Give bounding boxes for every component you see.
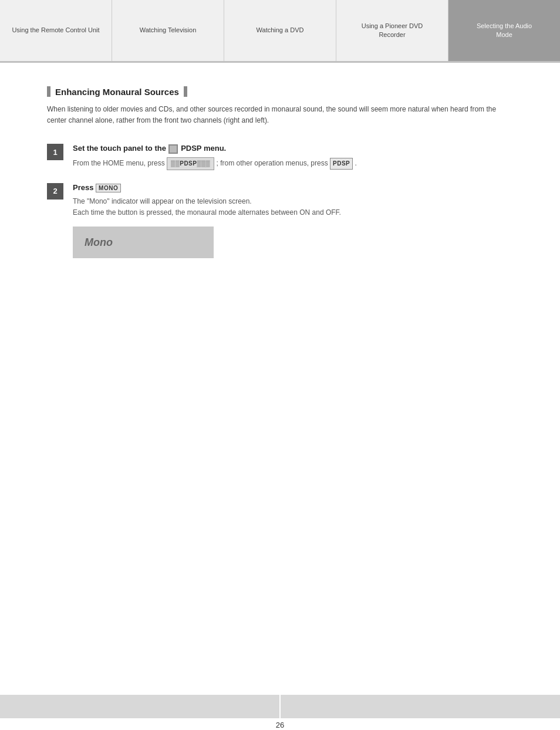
heading-bar-right — [184, 86, 187, 97]
mono-display-box: Mono — [73, 227, 214, 258]
step-1: 1 Set the touch panel to the PDSP menu. … — [47, 144, 513, 170]
step-1-instruction-suffix: PDSP menu. — [181, 144, 226, 153]
main-content: Enhancing Monaural Sources When listenin… — [0, 63, 560, 318]
footer-bars — [0, 695, 560, 718]
step-1-instruction-text: Set the touch panel to the — [73, 144, 168, 153]
step-2-detail: The "Mono" indicator will appear on the … — [73, 196, 513, 258]
step-2-detail-line1: The "Mono" indicator will appear on the … — [73, 196, 513, 207]
tab-audio-mode[interactable]: Selecting the AudioMode — [448, 0, 560, 61]
section-heading: Enhancing Monaural Sources — [47, 86, 513, 97]
section-description: When listening to older movies and CDs, … — [47, 104, 513, 126]
tab-remote-control[interactable]: Using the Remote Control Unit — [0, 0, 112, 61]
step-1-instruction: Set the touch panel to the PDSP menu. — [73, 144, 513, 154]
step-2-instruction-text: Press — [73, 183, 96, 192]
step-2: 2 Press MONO The "Mono" indicator will a… — [47, 183, 513, 258]
tab-watching-dvd[interactable]: Watching a DVD — [224, 0, 336, 61]
tab-pioneer-dvd[interactable]: Using a Pioneer DVDRecorder — [336, 0, 448, 61]
pdsp-menu-icon — [168, 144, 178, 154]
step-2-instruction: Press MONO — [73, 183, 513, 192]
heading-bar-left — [47, 86, 50, 97]
mono-display-text: Mono — [85, 234, 113, 251]
mono-button: MONO — [96, 184, 121, 192]
step-2-detail-line2: Each time the button is pressed, the mon… — [73, 207, 513, 218]
step-1-detail-prefix: From the HOME menu, press — [73, 159, 167, 167]
page-number: 26 — [0, 718, 560, 729]
footer-bar-left — [0, 695, 279, 718]
step-2-content: Press MONO The "Mono" indicator will app… — [73, 183, 513, 258]
navigation-tabs: Using the Remote Control Unit Watching T… — [0, 0, 560, 63]
pdsp-home-button: ▒▒PDSP▒▒▒ — [167, 157, 214, 170]
footer-bar-right — [281, 695, 560, 718]
page-footer: 26 — [0, 695, 560, 730]
step-1-detail: From the HOME menu, press ▒▒PDSP▒▒▒ ; fr… — [73, 157, 513, 170]
step-number-2: 2 — [47, 183, 63, 200]
steps-container: 1 Set the touch panel to the PDSP menu. … — [47, 144, 513, 258]
pdsp-other-button: PDSP — [330, 158, 353, 170]
step-number-1: 1 — [47, 144, 63, 160]
section-title: Enhancing Monaural Sources — [55, 87, 179, 97]
tab-watching-tv[interactable]: Watching Television — [112, 0, 224, 61]
step-1-detail-end: . — [355, 159, 357, 167]
step-1-detail-middle: ; from other operation menus, press — [217, 159, 330, 167]
step-1-content: Set the touch panel to the PDSP menu. Fr… — [73, 144, 513, 170]
